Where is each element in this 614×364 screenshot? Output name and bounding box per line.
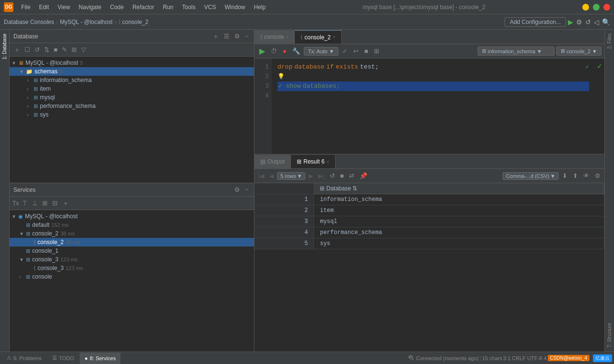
rollback-button[interactable]: ↩: [351, 47, 361, 55]
stop-button[interactable]: ●: [281, 47, 289, 55]
tx-selector[interactable]: Tx: Auto ▼: [304, 47, 338, 56]
tree-item-mysql-root[interactable]: ▼ 🖥 MySQL - @localhost 5: [10, 59, 254, 67]
services-stop-all[interactable]: ⊤: [21, 199, 29, 207]
settings-icon[interactable]: ⚙: [576, 18, 582, 26]
results-tab-output[interactable]: ▤ Output: [254, 155, 291, 168]
result-settings-button[interactable]: ⚙: [593, 172, 602, 180]
menu-run[interactable]: Run: [159, 3, 177, 12]
sidebar-tab-database[interactable]: 1: Database: [1, 30, 8, 63]
delete-db-button[interactable]: ☐: [23, 46, 32, 54]
tab-console2[interactable]: ⟨ console_2 ×: [295, 30, 342, 44]
services-pin[interactable]: ⊟: [51, 199, 59, 207]
pin-result-button[interactable]: 📌: [358, 172, 369, 180]
tree-item-schemas[interactable]: ▼ 📁 schemas 5: [10, 67, 254, 76]
search-icon[interactable]: 🔍: [602, 18, 610, 26]
console-selector[interactable]: ⊞ console_2 ▼: [556, 47, 602, 56]
code-content[interactable]: drop database if exists test; ✓ 💡 ✓ show…: [272, 59, 595, 154]
add-db-button[interactable]: ＋: [211, 32, 220, 41]
services-stop[interactable]: ⊥: [31, 199, 39, 207]
auto-stop-button[interactable]: ■: [362, 47, 370, 55]
copy-button[interactable]: ⬆: [571, 172, 580, 180]
stop-db-button[interactable]: ■: [52, 46, 59, 54]
schema-selector[interactable]: ⊞ information_schema ▼: [478, 47, 554, 56]
console2-tab-close[interactable]: ×: [333, 35, 336, 40]
table-view-button[interactable]: ⊞: [372, 47, 381, 55]
rows-selector[interactable]: 5 rows ▼: [277, 172, 305, 180]
output-label: Output: [267, 158, 285, 165]
sidebar-tab-structure[interactable]: 7: Structure: [606, 319, 613, 352]
db-list-button[interactable]: ☰: [222, 32, 231, 40]
nav-last-button[interactable]: ▶|: [316, 172, 326, 180]
breadcrumb-console2[interactable]: console_2: [122, 19, 149, 25]
minimize-button[interactable]: ─: [582, 4, 589, 11]
menu-refactor[interactable]: Refactor: [129, 3, 158, 12]
csv-selector[interactable]: Comma-...d (CSV) ▼: [503, 172, 559, 180]
menu-vcs[interactable]: VCS: [200, 3, 220, 12]
menu-help[interactable]: Help: [250, 3, 270, 12]
menu-tools[interactable]: Tools: [178, 3, 199, 12]
refresh-result-button[interactable]: ↺: [328, 172, 337, 180]
refresh-db-button[interactable]: ↺: [33, 46, 41, 54]
services-console2-group[interactable]: ▼ ⊞ console_2 38 ms: [10, 229, 254, 238]
maximize-button[interactable]: □: [593, 4, 600, 11]
history-button[interactable]: ⏱: [269, 47, 279, 55]
services-console3-group[interactable]: ▼ ⊞ console_3 123 ms: [10, 255, 254, 264]
services-console2-item[interactable]: ⟨ console_2 38 ms: [10, 238, 254, 247]
services-add[interactable]: ＋: [61, 199, 70, 208]
add-config-button[interactable]: Add Configuration...: [505, 17, 566, 27]
preview-db-button[interactable]: ⊞: [70, 46, 78, 54]
breadcrumb-db-consoles[interactable]: Database Consoles: [4, 19, 54, 25]
wrench-button[interactable]: 🔧: [290, 47, 302, 55]
export-button[interactable]: ⬇: [560, 172, 569, 180]
nav-prev-button[interactable]: ◀: [267, 172, 276, 180]
db-collapse-button[interactable]: −: [243, 32, 250, 40]
menu-navigate[interactable]: Navigate: [75, 3, 105, 12]
menu-view[interactable]: View: [54, 3, 74, 12]
new-db-button[interactable]: ＋: [12, 45, 22, 55]
tree-item-performance-schema[interactable]: › ⊞ performance_schema: [10, 102, 254, 110]
nav-back-icon[interactable]: ◁: [594, 18, 599, 26]
tab-console[interactable]: ⟨ console ×: [254, 30, 295, 44]
breadcrumb-mysql[interactable]: MySQL - @localhost: [60, 19, 113, 25]
services-console1[interactable]: ⊞ console_1: [10, 247, 254, 255]
eye-button[interactable]: 👁: [581, 172, 591, 180]
tab-todo[interactable]: ☰ TODO: [48, 352, 79, 364]
stop-result-button[interactable]: ■: [338, 172, 346, 180]
services-console[interactable]: › ⊞ console: [10, 272, 254, 281]
console-tab-close[interactable]: ×: [286, 35, 289, 40]
filter-db-button[interactable]: ▽: [80, 46, 87, 54]
services-console3-item[interactable]: ⟨ console_3 123 ms: [10, 264, 254, 272]
run-button[interactable]: ▶: [568, 18, 573, 26]
nav-first-button[interactable]: |◀: [256, 172, 266, 180]
sync-db-button[interactable]: ⇅: [43, 46, 51, 54]
services-mysql-root[interactable]: ▼ ◉ MySQL - @localhost: [10, 212, 254, 221]
problems-icon: ⚠: [7, 355, 12, 361]
edit-db-button[interactable]: ✎: [60, 46, 69, 54]
tab-problems[interactable]: ⚠ 6: Problems: [2, 352, 47, 364]
refresh-icon[interactable]: ↺: [585, 18, 591, 26]
nav-next-button[interactable]: ▶: [307, 172, 315, 180]
close-button[interactable]: ×: [603, 4, 610, 11]
perf-schema-label: performance_schema: [40, 103, 96, 109]
menu-edit[interactable]: Edit: [35, 3, 53, 12]
tree-item-item[interactable]: › ⊞ item: [10, 84, 254, 93]
services-settings-button[interactable]: ⚙: [233, 186, 241, 194]
menu-window[interactable]: Window: [221, 3, 249, 12]
transpose-button[interactable]: ⇄: [347, 172, 356, 180]
menu-file[interactable]: File: [17, 3, 34, 12]
tab-services[interactable]: ● 8: Services: [80, 352, 120, 364]
services-group[interactable]: ⊞: [41, 199, 49, 207]
db-settings-button[interactable]: ⚙: [233, 32, 241, 40]
tree-item-sys[interactable]: › ⊞ sys: [10, 110, 254, 119]
run-execute-button[interactable]: ▶: [257, 46, 267, 56]
results-tab-result6[interactable]: ⊞ Result 6 ×: [291, 155, 336, 168]
services-collapse-button[interactable]: −: [243, 186, 250, 194]
col-db-sort[interactable]: ⇅: [352, 185, 357, 192]
tree-item-information-schema[interactable]: › ⊞ information_schema: [10, 76, 254, 84]
tree-item-mysql[interactable]: › ⊞ mysql: [10, 93, 254, 102]
menu-code[interactable]: Code: [106, 3, 128, 12]
sidebar-tab-files[interactable]: 2: Files: [606, 30, 613, 53]
services-default[interactable]: ⊞ default 152 ms: [10, 221, 254, 229]
result6-close[interactable]: ×: [326, 159, 329, 164]
commit-button[interactable]: ✓: [340, 47, 349, 55]
